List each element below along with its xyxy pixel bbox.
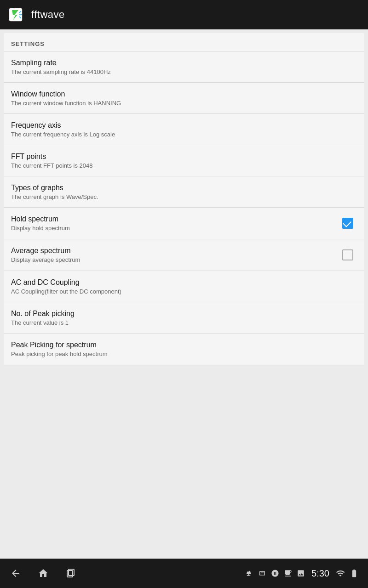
app-title: fftwave	[31, 9, 65, 21]
settings-list: Sampling rateThe current sampling rate i…	[4, 51, 364, 365]
settings-item-average-spectrum[interactable]: Average spectrumDisplay average spectrum	[4, 239, 364, 271]
settings-item-title-peak-picking-spectrum: Peak Picking for spectrum	[11, 341, 357, 349]
settings-item-subtitle-fft-points: The current FFT points is 2048	[11, 162, 357, 169]
checkbox-average-spectrum[interactable]	[342, 249, 353, 260]
home-button[interactable]	[37, 567, 50, 580]
app-icon	[7, 6, 26, 24]
settings-item-text-hold-spectrum: Hold spectrumDisplay hold spectrum	[11, 215, 339, 232]
photo-icon	[297, 569, 305, 577]
settings-item-text-types-of-graphs: Types of graphsThe current graph is Wave…	[11, 184, 357, 200]
settings-item-title-peak-picking: No. of Peak picking	[11, 310, 357, 318]
back-button[interactable]	[9, 567, 22, 580]
settings-item-types-of-graphs[interactable]: Types of graphsThe current graph is Wave…	[4, 176, 364, 208]
settings-item-title-fft-points: FFT points	[11, 153, 357, 161]
settings-item-subtitle-hold-spectrum: Display hold spectrum	[11, 225, 339, 232]
checkbox-hold-spectrum[interactable]	[342, 218, 353, 229]
settings-item-subtitle-window-function: The current window function is HANNING	[11, 100, 357, 107]
storage-icon	[258, 569, 266, 577]
settings-item-title-sampling-rate: Sampling rate	[11, 59, 357, 67]
settings-item-text-average-spectrum: Average spectrumDisplay average spectrum	[11, 247, 339, 263]
settings-item-window-function[interactable]: Window functionThe current window functi…	[4, 83, 364, 114]
recents-button[interactable]	[64, 567, 77, 580]
settings-item-text-fft-points: FFT pointsThe current FFT points is 2048	[11, 153, 357, 169]
settings-item-subtitle-average-spectrum: Display average spectrum	[11, 256, 339, 263]
settings-item-text-peak-picking-spectrum: Peak Picking for spectrumPeak picking fo…	[11, 341, 357, 357]
checkbox-container-hold-spectrum[interactable]	[339, 214, 357, 232]
nav-bar: 5:30	[0, 559, 368, 588]
settings-item-hold-spectrum[interactable]: Hold spectrumDisplay hold spectrum	[4, 208, 364, 239]
settings-item-title-frequency-axis: Frequency axis	[11, 121, 357, 130]
settings-item-title-window-function: Window function	[11, 90, 357, 98]
settings-item-text-ac-dc-coupling: AC and DC CouplingAC Coupling(filter out…	[11, 278, 357, 295]
main-content: SETTINGS Sampling rateThe current sampli…	[0, 29, 368, 559]
settings-item-title-average-spectrum: Average spectrum	[11, 247, 339, 255]
settings-container: SETTINGS Sampling rateThe current sampli…	[4, 33, 364, 365]
settings-header: SETTINGS	[4, 33, 364, 51]
settings-item-peak-picking-spectrum[interactable]: Peak Picking for spectrumPeak picking fo…	[4, 334, 364, 365]
settings-item-text-peak-picking: No. of Peak pickingThe current value is …	[11, 310, 357, 326]
nav-right: 5:30	[245, 568, 359, 579]
settings-item-title-types-of-graphs: Types of graphs	[11, 184, 357, 192]
status-time: 5:30	[311, 568, 329, 579]
settings-item-sampling-rate[interactable]: Sampling rateThe current sampling rate i…	[4, 51, 364, 83]
settings-item-subtitle-peak-picking-spectrum: Peak picking for peak hold spectrum	[11, 351, 357, 357]
settings-item-text-frequency-axis: Frequency axisThe current frequency axis…	[11, 121, 357, 138]
battery-icon	[350, 569, 359, 578]
settings-item-subtitle-ac-dc-coupling: AC Coupling(filter out the DC component)	[11, 288, 357, 295]
connect-icon	[271, 569, 279, 577]
settings-item-subtitle-sampling-rate: The current sampling rate is 44100Hz	[11, 68, 357, 75]
settings-item-subtitle-types-of-graphs: The current graph is Wave/Spec.	[11, 193, 357, 200]
settings-item-text-sampling-rate: Sampling rateThe current sampling rate i…	[11, 59, 357, 75]
checkbox-container-average-spectrum[interactable]	[339, 246, 357, 264]
app-bar: fftwave	[0, 0, 368, 29]
nav-left	[9, 567, 77, 580]
settings-item-subtitle-frequency-axis: The current frequency axis is Log scale	[11, 131, 357, 138]
settings-item-fft-points[interactable]: FFT pointsThe current FFT points is 2048	[4, 145, 364, 176]
settings-item-frequency-axis[interactable]: Frequency axisThe current frequency axis…	[4, 114, 364, 145]
news-icon	[284, 569, 292, 577]
settings-item-title-ac-dc-coupling: AC and DC Coupling	[11, 278, 357, 287]
settings-item-ac-dc-coupling[interactable]: AC and DC CouplingAC Coupling(filter out…	[4, 271, 364, 302]
wifi-icon	[336, 569, 345, 578]
settings-item-title-hold-spectrum: Hold spectrum	[11, 215, 339, 223]
usb-icon	[245, 569, 253, 577]
settings-item-subtitle-peak-picking: The current value is 1	[11, 319, 357, 326]
settings-item-peak-picking[interactable]: No. of Peak pickingThe current value is …	[4, 302, 364, 334]
settings-item-text-window-function: Window functionThe current window functi…	[11, 90, 357, 107]
